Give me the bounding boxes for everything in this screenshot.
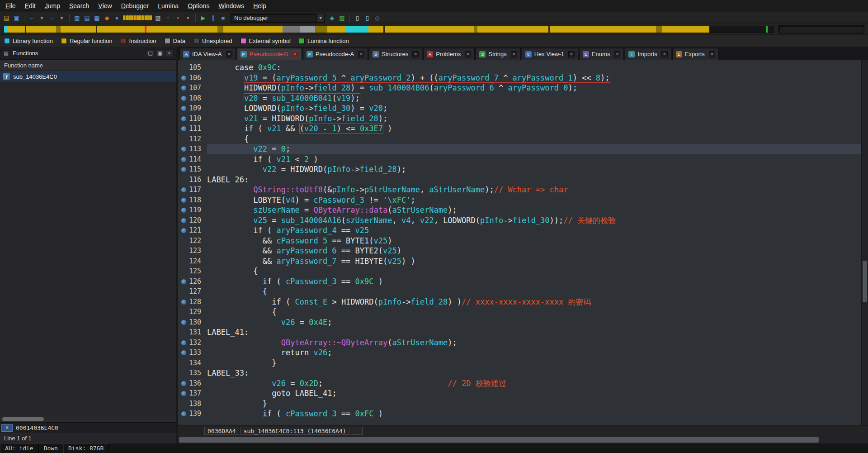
code-line[interactable]: 107 HIDWORD(pInfo->field_28) = sub_14000… <box>178 83 861 93</box>
code-line[interactable]: 132 QByteArray::~QByteArray(aStrUserName… <box>178 338 861 348</box>
code-vscrollbar[interactable] <box>861 60 868 425</box>
back-history-icon[interactable]: ▾ <box>38 14 46 22</box>
menu-item-file[interactable]: File <box>1 0 20 12</box>
line-marker-dot[interactable] <box>181 320 186 325</box>
tab-structures[interactable]: SStructures× <box>369 48 422 60</box>
panel-close-button[interactable]: × <box>1 424 13 432</box>
code-line[interactable]: 119 szUserName = QByteArray::data(aStrUs… <box>178 205 861 215</box>
line-marker-dot[interactable] <box>181 106 186 111</box>
line-marker-dot[interactable] <box>181 391 186 396</box>
open-file-icon[interactable]: ▤ <box>2 14 11 22</box>
menu-item-help[interactable]: Help <box>249 0 271 12</box>
line-marker-dot[interactable] <box>181 147 186 152</box>
code-hscrollbar-thumb[interactable] <box>179 437 819 443</box>
tab-imports[interactable]: IImports× <box>625 48 671 60</box>
debugger-select[interactable]: No debugger▾ <box>231 14 325 23</box>
start-process-icon[interactable]: ▶ <box>199 14 208 22</box>
forward-history-icon[interactable]: ▾ <box>57 14 66 22</box>
code-line[interactable]: 125 { <box>178 266 861 277</box>
menu-item-jump[interactable]: Jump <box>40 0 65 12</box>
save-icon[interactable]: ▣ <box>12 14 21 22</box>
code-line[interactable]: 136 v26 = 0x2D; // 2D 校验通过 <box>178 378 861 389</box>
tab-close-icon[interactable]: × <box>292 51 298 57</box>
code-line[interactable]: 135LABEL_33: <box>178 368 861 378</box>
line-marker-dot[interactable] <box>181 126 186 131</box>
code-line[interactable]: 112 { <box>178 134 861 144</box>
jump-segment-icon[interactable]: ▦ <box>93 14 101 22</box>
tab-close-icon[interactable]: × <box>661 51 668 57</box>
dock-button[interactable]: ▣ <box>156 49 164 57</box>
menu-item-windows[interactable]: Windows <box>214 0 249 12</box>
tab-strings[interactable]: SStrings× <box>476 48 520 60</box>
code-line[interactable]: 130 v26 = 0x4E; <box>178 317 861 328</box>
code-line[interactable]: 122 && cPassword_5 == BYTE1(v25) <box>178 236 861 246</box>
tab-close-icon[interactable]: × <box>412 51 419 57</box>
code-line[interactable]: 115 v22 = HIDWORD(pInfo->field_28); <box>178 164 861 175</box>
tab-hex-view-1[interactable]: 0Hex View-1× <box>522 48 578 60</box>
line-marker-dot[interactable] <box>181 228 186 233</box>
line-marker-dot[interactable] <box>181 218 186 223</box>
add-item-icon[interactable]: + <box>164 14 172 22</box>
line-marker-dot[interactable] <box>181 300 186 305</box>
tab-close-icon[interactable]: × <box>568 51 575 57</box>
line-marker-dot[interactable] <box>181 411 186 416</box>
code-line[interactable]: 127 { <box>178 286 861 297</box>
functions-hscrollbar-thumb[interactable] <box>2 417 44 421</box>
code-line[interactable]: 116LABEL_26: <box>178 175 861 185</box>
debugger-options-icon[interactable]: ▧ <box>338 14 346 22</box>
code-line[interactable]: 128 if ( Const_E > HIDWORD(pInfo->field_… <box>178 297 861 307</box>
line-marker-dot[interactable] <box>181 198 186 203</box>
line-marker-dot[interactable] <box>181 157 186 162</box>
script-file-icon[interactable]: ▯ <box>353 14 362 22</box>
code-hscrollbar[interactable] <box>178 436 868 443</box>
tab-close-icon[interactable]: × <box>614 51 620 57</box>
edit-item-icon[interactable]: ▪ <box>184 14 192 22</box>
menu-item-debugger[interactable]: Debugger <box>117 0 154 12</box>
functions-hscrollbar[interactable] <box>0 416 176 422</box>
code-line[interactable]: 133 return v26; <box>178 348 861 358</box>
code-line[interactable]: 120 v25 = sub_140004A16(szUserName, v4, … <box>178 215 861 226</box>
delete-item-icon[interactable]: × <box>174 14 182 22</box>
code-line[interactable]: 123 && aryPassword_6 == BYTE2(v25) <box>178 246 861 256</box>
code-line[interactable]: 109 LODWORD(pInfo->field_30) = v20; <box>178 103 861 114</box>
tab-pseudocode-a[interactable]: PPseudocode-A× <box>303 48 368 60</box>
code-line[interactable]: 137 goto LABEL_41; <box>178 388 861 399</box>
breakpoint-list-icon[interactable]: ◇ <box>373 14 382 22</box>
line-marker-dot[interactable] <box>181 96 186 101</box>
menu-item-search[interactable]: Search <box>65 0 94 12</box>
line-marker-dot[interactable] <box>181 350 186 355</box>
script-command-icon[interactable]: ▯ <box>363 14 372 22</box>
line-marker-dot[interactable] <box>181 167 186 172</box>
code-line[interactable]: 124 && aryPassword_7 == HIBYTE(v25) ) <box>178 256 861 267</box>
navband-search-box[interactable] <box>778 25 864 33</box>
tab-enums[interactable]: EEnums× <box>579 48 624 60</box>
code-line[interactable]: 108 v20 = sub_14000B041(v19); <box>178 93 861 104</box>
code-line[interactable]: 121 if ( aryPassword_4 == v25 <box>178 225 861 236</box>
code-line[interactable]: 111 if ( v21 && (v20 - 1) <= 0x3E7 ) <box>178 124 861 134</box>
pause-process-icon[interactable]: ∥ <box>209 14 217 22</box>
code-line[interactable]: 138 } <box>178 399 861 409</box>
tab-problems[interactable]: AProblems× <box>423 48 475 60</box>
code-line[interactable]: 139 if ( cPassword_3 == 0xFC ) <box>178 409 861 419</box>
code-line[interactable]: 131LABEL_41: <box>178 327 861 338</box>
navband-mini[interactable] <box>123 15 152 21</box>
line-marker-dot[interactable] <box>181 279 186 284</box>
attach-process-icon[interactable]: ◈ <box>328 14 336 22</box>
code-line[interactable]: 134 } <box>178 358 861 368</box>
hotspot-icon[interactable]: ◆ <box>103 14 111 22</box>
tab-pseudocode-b[interactable]: PPseudocode-B× <box>237 48 302 60</box>
tab-ida-view-a[interactable]: AIDA View-A× <box>179 48 236 60</box>
navigation-band[interactable] <box>4 26 774 33</box>
line-marker-dot[interactable] <box>181 340 186 345</box>
forward-icon[interactable]: → <box>47 14 56 22</box>
back-icon[interactable]: ← <box>28 14 36 22</box>
tab-close-icon[interactable]: × <box>226 51 232 57</box>
code-vscrollbar-thumb[interactable] <box>863 261 867 302</box>
code-line[interactable]: 114 if ( v21 < 2 ) <box>178 154 861 165</box>
function-row[interactable]: fsub_14036E4C0 <box>0 71 176 82</box>
line-marker-dot[interactable] <box>181 381 186 386</box>
tab-close-icon[interactable]: × <box>511 51 517 57</box>
code-line[interactable]: 117 QString::toUtf8(&pInfo->pStrUserName… <box>178 185 861 195</box>
jump-function-icon[interactable]: ▤ <box>83 14 91 22</box>
tab-exports[interactable]: EExports× <box>672 48 719 60</box>
